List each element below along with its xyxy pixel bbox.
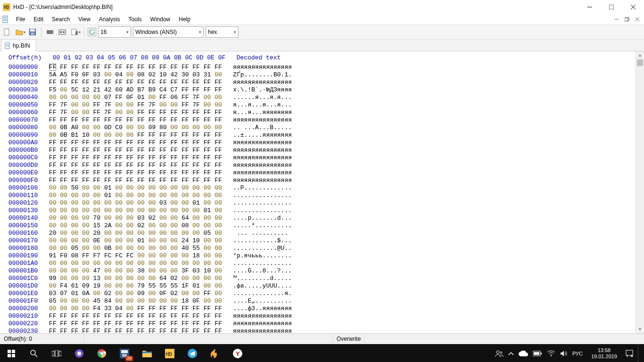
columns-value: 16 <box>100 29 107 35</box>
open-ram-button[interactable] <box>57 27 67 37</box>
volume-icon[interactable] <box>560 350 568 357</box>
telegram-button[interactable] <box>181 344 204 362</box>
hex-row[interactable]: 00000050 FF 7F 00 00 FF 7F 00 00 FF 7F 0… <box>8 101 644 109</box>
mdi-restore-button[interactable] <box>622 15 632 24</box>
hex-header: Offset(h) 00 01 02 03 04 05 06 07 08 09 … <box>8 54 644 62</box>
hex-row[interactable]: 00000080 00 0B A0 00 00 0D C0 00 00 09 8… <box>8 124 644 132</box>
svg-point-35 <box>31 350 35 355</box>
open-dropdown-arrow[interactable]: ▾ <box>24 30 25 34</box>
hex-row[interactable]: 00000210 FF FF FF FF FF FF FF FF FF FF F… <box>8 313 644 320</box>
save-app-button[interactable]: 26 <box>113 344 136 362</box>
refresh-button[interactable] <box>88 28 96 36</box>
battery-icon[interactable] <box>533 351 542 356</box>
hex-row[interactable]: 000001B0 00 00 00 00 47 00 00 00 38 00 0… <box>8 267 644 275</box>
menu-window[interactable]: Window <box>147 15 174 24</box>
cortana-button[interactable] <box>68 344 91 362</box>
disk-image-dropdown-arrow[interactable]: ▾ <box>79 30 81 34</box>
hex-row[interactable]: 00000140 00 00 00 00 70 00 00 00 03 02 0… <box>8 214 644 222</box>
hex-row[interactable]: 000000E0 FF FF FF FF FF FF FF FF FF FF F… <box>8 169 644 177</box>
hex-row[interactable]: 00000040 00 00 00 00 00 07 FF 0F 01 00 F… <box>8 94 644 101</box>
mdi-close-button[interactable] <box>633 15 642 24</box>
hex-row[interactable]: 00000110 00 00 00 00 00 01 00 00 00 00 0… <box>8 192 644 199</box>
hex-row[interactable]: 00000150 00 00 00 00 15 2A 00 00 02 00 0… <box>8 222 644 230</box>
save-button[interactable] <box>27 27 38 37</box>
hex-row[interactable]: 000000C0 FF FF FF FF FF FF FF FF FF FF F… <box>8 154 644 162</box>
hex-row[interactable]: 00000070 FF FF FF FF FF FF FF FF FF FF F… <box>8 116 644 124</box>
flames-button[interactable] <box>204 344 226 362</box>
hex-row[interactable]: 00000190 91 F0 08 FF F7 FC FC FC 00 00 0… <box>8 252 644 260</box>
tray-chevron-icon[interactable] <box>508 352 514 355</box>
hex-row[interactable]: 00000230 FF FF FF FF FF FF FF FF FF FF F… <box>8 328 644 333</box>
wifi-icon[interactable] <box>547 350 555 357</box>
hex-row[interactable]: 00000090 00 0B B1 10 00 00 00 00 FF FF F… <box>8 132 644 139</box>
onedrive-icon[interactable] <box>519 351 528 356</box>
search-button[interactable] <box>23 344 45 362</box>
svg-line-36 <box>35 354 37 357</box>
hex-row[interactable]: 000000F0 FF FF FF FF FF FF FF FF FF FF F… <box>8 177 644 184</box>
hex-row[interactable]: 00000130 00 00 00 00 00 00 00 00 00 00 0… <box>8 207 644 214</box>
columns-combo[interactable]: 16 ▾ <box>98 26 131 38</box>
hex-row[interactable]: 00000100 00 00 50 00 00 01 00 00 00 00 0… <box>8 184 644 192</box>
hex-row[interactable]: 00000180 00 00 05 00 00 0B 00 00 00 00 0… <box>8 245 644 252</box>
menu-help[interactable]: Help <box>175 15 194 24</box>
menu-analysis[interactable]: Analysis <box>95 15 124 24</box>
yandex-button[interactable]: Y <box>226 344 249 362</box>
hex-row[interactable]: 000000D0 FF FF FF FF FF FF FF FF FF FF F… <box>8 162 644 169</box>
hex-row[interactable]: 000001E0 03 07 01 0A 00 02 00 00 09 00 0… <box>8 290 644 297</box>
hex-row[interactable]: 000000B0 FF FF FF FF FF FF FF FF FF FF F… <box>8 147 644 154</box>
vertical-scrollbar[interactable]: ▲ ▼ <box>636 51 644 333</box>
toolbar: ▾ ▾ 16 ▾ Windows (ANSI) ▾ hex ▾ <box>0 25 644 40</box>
maximize-button[interactable] <box>601 0 622 14</box>
hex-row[interactable]: 00000220 FF FF FF FF FF FF FF FF FF FF F… <box>8 320 644 328</box>
explorer-button[interactable] <box>136 344 158 362</box>
hex-row[interactable]: 000001D0 00 F4 61 09 19 00 00 00 79 55 5… <box>8 282 644 290</box>
hex-row[interactable]: 00000160 20 00 00 00 20 00 00 00 00 00 0… <box>8 230 644 237</box>
doc-icon <box>2 16 9 23</box>
hex-row[interactable]: 000001C0 99 00 00 00 13 00 00 00 00 00 6… <box>8 275 644 282</box>
hex-row[interactable]: 000000A0 FF FF FF FF FF FF FF FF FF FF F… <box>8 139 644 147</box>
start-button[interactable] <box>0 344 23 362</box>
encoding-combo[interactable]: Windows (ANSI) ▾ <box>133 26 204 38</box>
mdi-minimize-button[interactable] <box>612 15 621 24</box>
menu-edit[interactable]: Edit <box>30 15 47 24</box>
open-button[interactable] <box>14 27 25 37</box>
menu-file[interactable]: File <box>12 15 29 24</box>
svg-marker-27 <box>93 29 95 31</box>
encoding-value: Windows (ANSI) <box>135 29 177 35</box>
hex-row[interactable]: 000001A0 00 00 00 00 00 00 00 00 00 00 0… <box>8 260 644 267</box>
hxd-button[interactable]: HD <box>158 344 181 362</box>
tab-hpbin[interactable]: hp.BIN <box>1 39 36 51</box>
svg-rect-30 <box>6 46 8 46</box>
close-button[interactable] <box>622 0 644 14</box>
open-disk-image-button[interactable] <box>69 27 80 37</box>
show-desktop-button[interactable] <box>638 344 641 362</box>
task-view-button[interactable] <box>45 344 68 362</box>
hex-row[interactable]: 00000120 00 00 00 00 00 00 00 00 00 00 0… <box>8 199 644 207</box>
scroll-thumb[interactable] <box>637 59 643 66</box>
language-indicator[interactable]: РУС <box>572 351 583 356</box>
chrome-button[interactable] <box>91 344 113 362</box>
open-disk-button[interactable] <box>45 27 55 37</box>
hex-row[interactable]: 00000170 00 00 00 00 0E 00 00 00 01 00 0… <box>8 237 644 245</box>
clock[interactable]: 13:58 19.01.2019 <box>587 347 621 360</box>
svg-rect-8 <box>4 19 7 19</box>
people-icon[interactable] <box>495 350 504 357</box>
hex-row[interactable]: 00000200 00 00 00 00 F4 33 04 00 FF FF F… <box>8 305 644 313</box>
base-combo[interactable]: hex ▾ <box>206 26 239 38</box>
svg-rect-33 <box>8 354 11 357</box>
hex-row[interactable]: 00000020 FF FF FF FF FF FF FF FF FF FF F… <box>8 79 644 86</box>
hex-editor[interactable]: Offset(h) 00 01 02 03 04 05 06 07 08 09 … <box>0 51 644 333</box>
hex-row[interactable]: 00000030 F5 00 5C 12 21 42 60 AD B7 B9 C… <box>8 86 644 94</box>
hex-row[interactable]: 00000060 FF 7F 00 00 FF 7F 00 00 FF FF F… <box>8 109 644 116</box>
new-button[interactable] <box>2 27 12 37</box>
menu-view[interactable]: View <box>74 15 94 24</box>
hex-row[interactable]: 00000000 FF FF FF FF FF FF FF FF FF FF F… <box>8 64 644 71</box>
menu-search[interactable]: Search <box>48 15 74 24</box>
scroll-up-button[interactable]: ▲ <box>636 51 644 59</box>
menu-tools[interactable]: Tools <box>125 15 146 24</box>
scroll-down-button[interactable]: ▼ <box>636 325 644 333</box>
minimize-button[interactable] <box>579 0 601 14</box>
action-center-icon[interactable]: 1 <box>626 350 633 357</box>
hex-row[interactable]: 00000010 5A A5 F0 0F 03 00 04 00 08 02 1… <box>8 71 644 79</box>
hex-row[interactable]: 000001F0 05 00 00 00 45 84 00 00 00 00 0… <box>8 297 644 305</box>
